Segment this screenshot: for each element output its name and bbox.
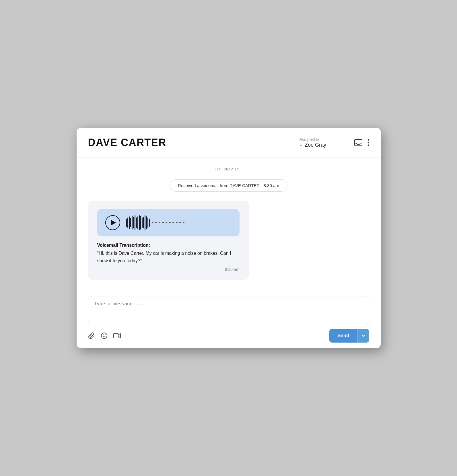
waveform-bar <box>133 217 134 228</box>
header-divider <box>346 136 346 149</box>
svg-point-4 <box>101 333 107 339</box>
attachment-icon <box>88 332 95 339</box>
waveform-bar <box>135 215 135 230</box>
chat-area: FRI, NOV 1ST Received a voicemail from D… <box>77 158 381 290</box>
waveform-bar <box>132 216 133 230</box>
video-button[interactable] <box>113 333 121 339</box>
svg-rect-7 <box>114 333 118 338</box>
transcription-text: “Hi, this is Dave Carter. My car is maki… <box>97 250 240 264</box>
waveform-dash <box>162 222 164 223</box>
waveform-bar <box>145 215 145 230</box>
attachment-button[interactable] <box>88 332 95 339</box>
waveform-bar <box>140 216 141 230</box>
audio-player <box>97 209 240 236</box>
send-chevron-button[interactable] <box>357 329 369 343</box>
assigned-label: Assigned to <box>300 137 319 141</box>
toolbar-icons <box>88 332 121 339</box>
date-line-right <box>247 169 369 169</box>
waveform-bar <box>149 219 150 227</box>
waveform-dash <box>183 222 184 223</box>
message-input[interactable] <box>94 301 363 318</box>
waveform-bar <box>126 219 127 227</box>
waveform <box>126 215 232 230</box>
transcription-label: Voicemail Transcription: <box>97 243 240 248</box>
message-input-wrapper[interactable] <box>88 296 369 324</box>
play-button[interactable] <box>105 215 120 230</box>
contact-name: DAVE CARTER <box>88 137 300 149</box>
date-line-left <box>88 169 210 169</box>
assigned-agent-name: Zoe Gray <box>305 142 326 148</box>
svg-point-3 <box>367 144 369 146</box>
date-label: FRI, NOV 1ST <box>210 167 247 171</box>
bottom-actions: Send <box>88 329 369 343</box>
bottom-bar: Send <box>77 290 381 348</box>
waveform-dash <box>169 222 171 223</box>
inbox-icon-button[interactable] <box>354 139 362 146</box>
send-chevron-icon <box>362 335 365 337</box>
waveform-bar <box>136 217 137 228</box>
emoji-icon <box>101 332 108 339</box>
waveform-bar <box>127 217 128 228</box>
waveform-dash <box>152 222 153 223</box>
svg-point-2 <box>367 142 369 143</box>
waveform-dash <box>155 222 157 223</box>
date-divider: FRI, NOV 1ST <box>88 167 369 171</box>
assigned-section: Assigned to ⌄ Zoe Gray <box>300 137 326 148</box>
waveform-bar <box>130 218 131 227</box>
system-message-row: Received a voicemail from DAVE CARTER - … <box>88 179 369 192</box>
chevron-down-icon: ⌄ <box>300 143 303 147</box>
waveform-bar <box>139 215 140 230</box>
svg-rect-0 <box>355 139 362 146</box>
assigned-name-row[interactable]: ⌄ Zoe Gray <box>300 142 326 148</box>
header: DAVE CARTER Assigned to ⌄ Zoe Gray <box>77 128 381 158</box>
waveform-bar <box>143 217 144 228</box>
send-button[interactable]: Send <box>329 329 357 343</box>
more-options-button[interactable] <box>367 139 369 146</box>
waveform-dash <box>172 222 174 223</box>
voicemail-card: Voicemail Transcription: “Hi, this is Da… <box>88 201 249 280</box>
waveform-bar <box>137 216 138 229</box>
video-icon <box>113 333 121 339</box>
waveform-dash <box>176 222 178 223</box>
send-button-group: Send <box>329 329 369 343</box>
waveform-dash <box>179 222 181 223</box>
waveform-bar <box>142 217 143 228</box>
waveform-bar <box>147 217 148 228</box>
message-timestamp: 8:30 am <box>97 267 240 272</box>
waveform-dash <box>166 222 167 223</box>
chat-window: DAVE CARTER Assigned to ⌄ Zoe Gray <box>77 128 381 348</box>
emoji-button[interactable] <box>101 332 108 339</box>
header-icon-group <box>354 139 369 146</box>
more-options-icon <box>367 139 369 146</box>
play-icon <box>111 220 116 226</box>
system-message-bubble: Received a voicemail from DAVE CARTER - … <box>170 179 287 192</box>
waveform-dash <box>159 222 160 223</box>
waveform-bar <box>129 216 130 229</box>
svg-point-1 <box>367 139 369 141</box>
waveform-bar <box>146 216 147 229</box>
inbox-icon <box>354 139 362 146</box>
